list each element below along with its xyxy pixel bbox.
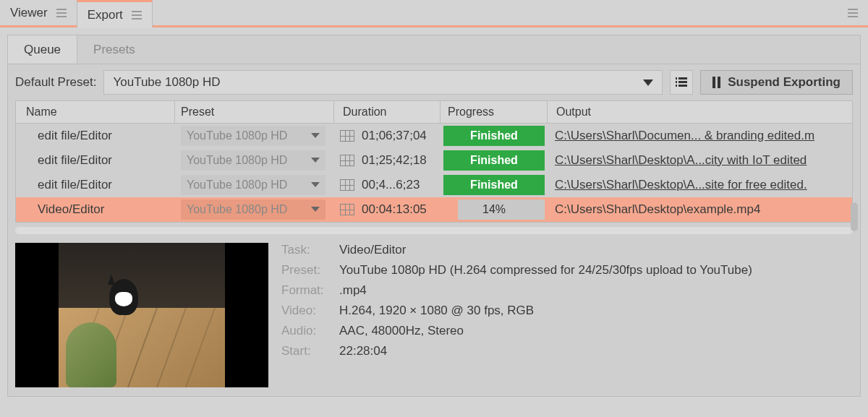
column-progress[interactable]: Progress [441, 101, 548, 123]
export-panel: Queue Presets Default Preset: YouTube 10… [7, 35, 861, 397]
default-preset-select[interactable]: YouTube 1080p HD [103, 70, 663, 95]
table-row[interactable]: edit file/Editor YouTube 1080p HD 01;06;… [16, 124, 852, 148]
default-preset-label: Default Preset: [15, 75, 96, 90]
default-preset-value: YouTube 1080p HD [113, 75, 220, 90]
detail-audio-label: Audio: [281, 324, 339, 338]
row-preset-select[interactable]: YouTube 1080p HD [181, 150, 326, 171]
tab-queue[interactable]: Queue [8, 35, 77, 64]
hamburger-icon[interactable] [132, 11, 142, 20]
status-finished-badge: Finished [443, 126, 545, 146]
row-preset-select[interactable]: YouTube 1080p HD [181, 175, 326, 195]
pause-icon [712, 77, 720, 88]
cell-name: Video/Editor [16, 202, 175, 217]
cell-progress: Finished [441, 126, 548, 146]
detail-format-value: .mp4 [339, 283, 367, 298]
table-row[interactable]: Video/Editor YouTube 1080p HD 00:04:13:0… [16, 197, 852, 222]
status-finished-badge: Finished [443, 150, 545, 171]
tab-export[interactable]: Export [77, 0, 153, 27]
cell-output[interactable]: C:\Users\Sharl\Desktop\A...city with IoT… [548, 153, 852, 168]
detail-video-value: H.264, 1920 × 1080 @ 30 fps, RGB [339, 304, 534, 318]
detail-task-label: Task: [281, 243, 339, 257]
duration-value: 00:04:13:05 [362, 202, 427, 217]
detail-task-value: Video/Editor [339, 243, 406, 257]
tab-viewer[interactable]: Viewer [0, 0, 77, 25]
duration-value: 01;06;37;04 [362, 129, 427, 143]
cell-name: edit file/Editor [16, 153, 175, 168]
hamburger-icon[interactable] [848, 9, 858, 17]
cell-duration: 00:04:13:05 [334, 202, 441, 217]
progress-bar: 14% [443, 199, 545, 220]
cell-output[interactable]: C:\Users\Sharl\Desktop\A...site for free… [548, 178, 852, 192]
cell-preset: YouTube 1080p HD [175, 199, 334, 220]
sub-tabs: Queue Presets [8, 35, 860, 64]
row-preset-value: YouTube 1080p HD [187, 203, 287, 216]
cell-progress: Finished [441, 150, 548, 171]
chevron-down-icon [311, 182, 320, 187]
column-name[interactable]: Name [16, 101, 175, 123]
filmstrip-icon[interactable] [340, 155, 354, 166]
row-preset-value: YouTube 1080p HD [187, 154, 287, 167]
chevron-down-icon [311, 133, 320, 138]
cell-preset: YouTube 1080p HD [175, 175, 334, 195]
cell-progress: Finished [441, 175, 548, 195]
table-row[interactable]: edit file/Editor YouTube 1080p HD 01;25;… [16, 148, 852, 173]
row-preset-select[interactable]: YouTube 1080p HD [181, 126, 326, 146]
column-duration[interactable]: Duration [334, 101, 441, 123]
detail-preset-label: Preset: [281, 263, 339, 278]
cell-duration: 01;06;37;04 [334, 129, 441, 143]
cell-duration: 01;25;42;18 [334, 153, 441, 168]
chevron-down-icon [311, 158, 320, 163]
cell-duration: 00;4...6;23 [334, 178, 441, 192]
horizontal-scrollbar[interactable] [15, 227, 853, 234]
preview-thumbnail [15, 243, 268, 387]
status-finished-badge: Finished [443, 175, 545, 195]
duration-value: 01;25;42;18 [362, 153, 427, 168]
chevron-down-icon [311, 207, 320, 212]
row-preset-value: YouTube 1080p HD [187, 179, 287, 192]
cell-output[interactable]: C:\Users\Sharl\Documen... & branding edi… [548, 129, 852, 143]
detail-video-label: Video: [281, 304, 339, 318]
detail-start-label: Start: [281, 344, 339, 358]
duration-value: 00;4...6;23 [362, 178, 420, 192]
suspend-exporting-button[interactable]: Suspend Exporting [700, 70, 853, 95]
table-header: Name Preset Duration Progress Output [15, 100, 853, 124]
list-view-button[interactable] [670, 70, 693, 95]
details-section: Task:Video/Editor Preset:YouTube 1080p H… [8, 234, 860, 396]
detail-audio-value: AAC, 48000Hz, Stereo [339, 324, 464, 338]
cell-preset: YouTube 1080p HD [175, 126, 334, 146]
cell-name: edit file/Editor [16, 129, 175, 143]
detail-start-value: 22:28:04 [339, 344, 387, 358]
top-tabs: Viewer Export [0, 0, 868, 27]
filmstrip-icon[interactable] [340, 204, 354, 215]
queue-table: Name Preset Duration Progress Output edi… [8, 100, 860, 223]
tab-presets[interactable]: Presets [77, 35, 151, 64]
detail-format-label: Format: [281, 283, 339, 298]
table-row[interactable]: edit file/Editor YouTube 1080p HD 00;4..… [16, 173, 852, 197]
vertical-scrollbar[interactable] [851, 202, 858, 231]
cell-output[interactable]: C:\Users\Sharl\Desktop\example.mp4 [548, 202, 852, 217]
row-preset-value: YouTube 1080p HD [187, 129, 287, 142]
filmstrip-icon[interactable] [340, 179, 354, 191]
column-output[interactable]: Output [548, 101, 852, 123]
table-body: edit file/Editor YouTube 1080p HD 01;06;… [15, 124, 853, 223]
tab-viewer-label: Viewer [10, 6, 48, 20]
chevron-down-icon [643, 79, 653, 86]
preset-bar: Default Preset: YouTube 1080p HD Suspend… [8, 64, 860, 100]
suspend-button-label: Suspend Exporting [728, 75, 841, 90]
row-preset-select[interactable]: YouTube 1080p HD [181, 199, 326, 220]
detail-info: Task:Video/Editor Preset:YouTube 1080p H… [281, 243, 752, 387]
column-preset[interactable]: Preset [175, 101, 334, 123]
cell-preset: YouTube 1080p HD [175, 150, 334, 171]
cell-progress: 14% [441, 199, 548, 220]
detail-preset-value: YouTube 1080p HD (H.264 compressed for 2… [339, 263, 752, 278]
filmstrip-icon[interactable] [340, 130, 354, 142]
hamburger-icon[interactable] [56, 9, 67, 17]
tab-export-label: Export [88, 8, 123, 22]
list-icon [676, 77, 687, 87]
cell-name: edit file/Editor [16, 178, 175, 192]
